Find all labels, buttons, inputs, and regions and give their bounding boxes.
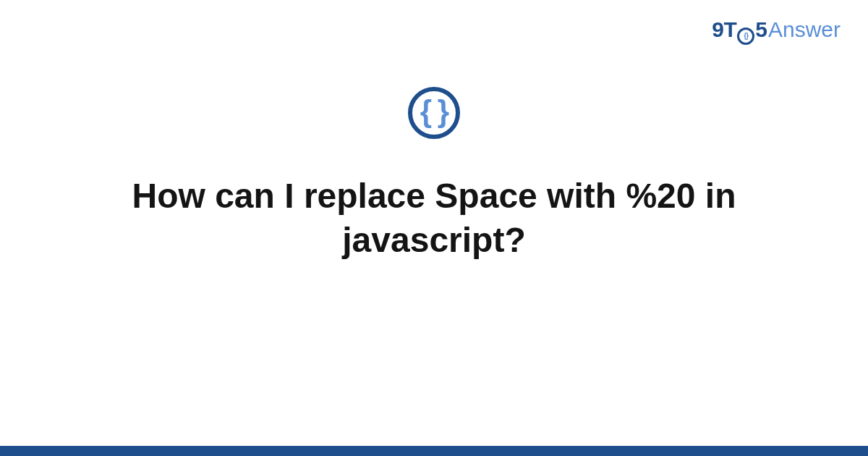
category-badge: { } — [408, 87, 460, 139]
main-content: { } How can I replace Space with %20 in … — [0, 87, 868, 263]
footer-accent-bar — [0, 446, 868, 456]
braces-icon: {} — [744, 32, 748, 40]
site-logo[interactable]: 9T {} 5 Answer — [712, 17, 841, 43]
logo-text-answer: Answer — [768, 17, 841, 42]
logo-o-ring: {} — [737, 28, 754, 45]
code-braces-icon: { } — [420, 96, 448, 127]
logo-text-9t: 9T — [712, 17, 736, 42]
logo-text-5: 5 — [755, 17, 767, 42]
question-title: How can I replace Space with %20 in java… — [72, 174, 796, 263]
